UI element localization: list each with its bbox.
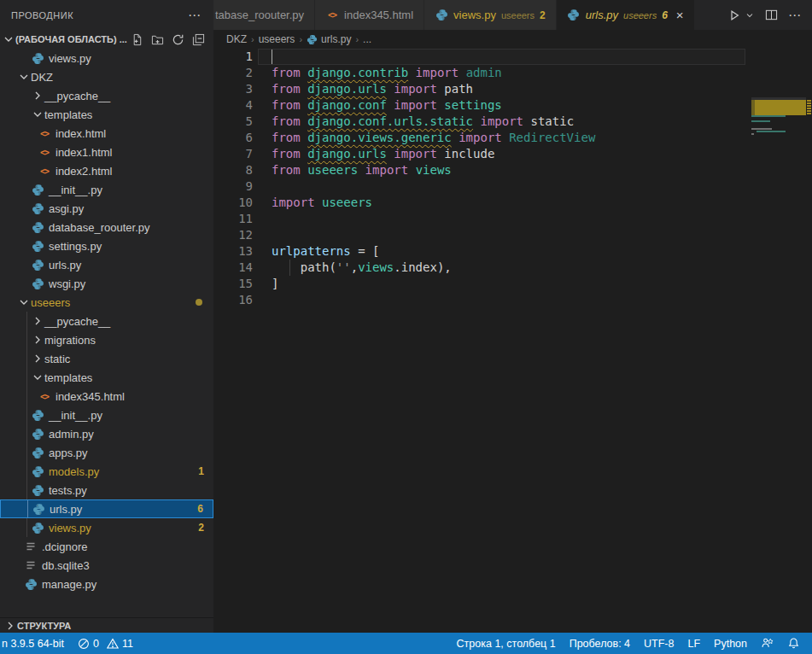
code-token: from [272, 82, 301, 96]
tab-views-py[interactable]: views.pyuseeers2 [424, 0, 557, 30]
refresh-button[interactable] [172, 33, 184, 46]
code-line[interactable] [272, 178, 744, 195]
indentation-status[interactable]: Пробелов: 4 [563, 633, 637, 654]
code-line[interactable]: from django.urls import path [272, 81, 744, 97]
tree-item-label: views.py [49, 522, 91, 534]
tree-item-label: urls.py [50, 503, 82, 516]
feedback-status[interactable] [754, 633, 780, 654]
code-token: useeers [307, 163, 358, 177]
code-line[interactable] [272, 49, 744, 65]
breadcrumb-item-urls-py[interactable]: urls.py [307, 33, 351, 46]
encoding-status[interactable]: UTF-8 [637, 633, 681, 654]
tree-item-label: urls.py [49, 259, 81, 272]
line-number: 2 [213, 65, 253, 81]
tree-file--init-py[interactable]: __init__.py [0, 180, 213, 199]
tree-file-views-py[interactable]: views.py [0, 49, 213, 67]
tree-file-database-roouter-py[interactable]: database_roouter.py [0, 218, 213, 236]
chevron-down-icon [31, 371, 44, 384]
tree-file-manage-py[interactable]: manage.py [0, 575, 213, 593]
notifications-status[interactable] [780, 633, 807, 654]
code-line[interactable] [272, 211, 744, 227]
tree-file-asgi-py[interactable]: asgi.py [0, 199, 213, 218]
tree-file-index2-html[interactable]: <>index2.html [0, 161, 213, 180]
tree-file-urls-py[interactable]: urls.py6 [0, 499, 213, 518]
code-line[interactable]: from django.views.generic import Redirec… [272, 130, 744, 146]
tree-file-tests-py[interactable]: tests.py [0, 481, 213, 499]
new-file-icon [131, 33, 143, 46]
tree-file--dcignore[interactable]: .dcignore [0, 537, 213, 556]
chevron-right-icon [31, 352, 44, 365]
tree-item-label: __init__.py [49, 184, 102, 196]
tree-file-views-py[interactable]: views.py2 [0, 518, 213, 537]
tree-folder-migrations[interactable]: migrations [0, 330, 213, 349]
code-line[interactable]: from django.conf import settings [272, 97, 744, 114]
run-dropdown-button[interactable] [745, 10, 755, 20]
tree-file-models-py[interactable]: models.py1 [0, 462, 213, 481]
tab-index345-html[interactable]: <>index345.html [315, 0, 424, 30]
breadcrumb-item--[interactable]: ... [363, 33, 371, 45]
tree-folder--pycache-[interactable]: __pycache__ [0, 312, 213, 330]
language-mode-status[interactable]: Python [707, 633, 754, 654]
tree-file-index1-html[interactable]: <>index1.html [0, 143, 213, 161]
code-line[interactable] [272, 227, 744, 243]
python-icon [24, 577, 38, 591]
cursor-position-status[interactable]: Строка 1, столбец 1 [450, 633, 563, 654]
tree-file-wsgi-py[interactable]: wsgi.py [0, 274, 213, 293]
code-line[interactable]: import useeers [272, 195, 744, 211]
workspace-section-header[interactable]: (РАБОЧАЯ ОБЛАСТЬ) ... [0, 30, 213, 49]
explorer-more-actions-button[interactable]: ⋯ [188, 8, 202, 23]
overview-ruler[interactable] [806, 97, 812, 633]
code-token: views [358, 260, 394, 274]
tree-file-index345-html[interactable]: <>index345.html [0, 387, 213, 406]
minimap[interactable] [751, 97, 806, 633]
more-actions-button[interactable]: ⋯ [788, 8, 802, 23]
python-icon [435, 9, 448, 21]
code-token: RedirectView [509, 131, 595, 144]
tree-file-urls-py[interactable]: urls.py [0, 255, 213, 274]
code-line[interactable]: urlpatterns = [ [272, 243, 744, 260]
tree-folder-useeers[interactable]: useeers [0, 293, 213, 312]
tab-tabase-roouter-py[interactable]: tabase_roouter.py [213, 0, 315, 30]
code-line[interactable]: from useeers import views [272, 162, 744, 178]
close-tab-button[interactable]: × [676, 8, 684, 22]
code-line[interactable]: from django.conf.urls.static import stat… [272, 114, 744, 130]
tree-file--init-py[interactable]: __init__.py [0, 406, 213, 424]
eol-status[interactable]: LF [681, 633, 707, 654]
outline-section-header[interactable]: СТРУКТУРА [0, 617, 213, 633]
code-line[interactable]: from django.contrib import admin [272, 65, 744, 81]
split-editor-button[interactable] [765, 9, 778, 21]
new-folder-button[interactable] [151, 33, 164, 46]
python-interpreter-status[interactable]: n 3.9.5 64-bit [0, 633, 71, 654]
code-line[interactable] [272, 292, 744, 308]
tree-file-index-html[interactable]: <>index.html [0, 124, 213, 143]
tree-folder-static[interactable]: static [0, 349, 213, 368]
code-line[interactable]: ] [272, 276, 744, 292]
tree-file-admin-py[interactable]: admin.py [0, 424, 213, 443]
code-line[interactable]: from django.urls import include [272, 146, 744, 162]
tree-file-db-sqlite3[interactable]: db.sqlite3 [0, 556, 213, 575]
code-line[interactable]: path('',views.index), [272, 260, 744, 276]
tree-folder--pycache-[interactable]: __pycache__ [0, 86, 213, 105]
line-number: 3 [213, 81, 253, 97]
tree-folder-templates[interactable]: templates [0, 105, 213, 124]
tab-bar: tabase_roouter.py<>index345.htmlviews.py… [213, 0, 812, 30]
tree-folder-templates[interactable]: templates [0, 368, 213, 387]
breadcrumb-item-useeers[interactable]: useeers [259, 33, 295, 45]
indentation-label: Пробелов: 4 [570, 638, 630, 650]
python-icon [31, 201, 44, 215]
collapse-all-button[interactable] [192, 33, 205, 46]
cursor-position-label: Строка 1, столбец 1 [457, 638, 556, 650]
breadcrumb-item-dkz[interactable]: DKZ [226, 33, 247, 45]
warning-count: 11 [122, 638, 133, 650]
tree-folder-dkz[interactable]: DKZ [0, 67, 213, 86]
tree-item-label: index2.html [55, 165, 112, 178]
tab-urls-py[interactable]: urls.pyuseeers6× [557, 0, 695, 30]
tree-file-settings-py[interactable]: settings.py [0, 236, 213, 255]
tree-file-apps-py[interactable]: apps.py [0, 443, 213, 462]
code-editor[interactable]: 12345678910111213141516 from django.cont… [213, 49, 812, 633]
line-number: 4 [213, 97, 253, 114]
run-python-file-button[interactable] [727, 9, 741, 22]
problems-status[interactable]: 0 11 [71, 633, 140, 654]
python-icon [31, 239, 44, 253]
new-file-button[interactable] [131, 33, 143, 46]
